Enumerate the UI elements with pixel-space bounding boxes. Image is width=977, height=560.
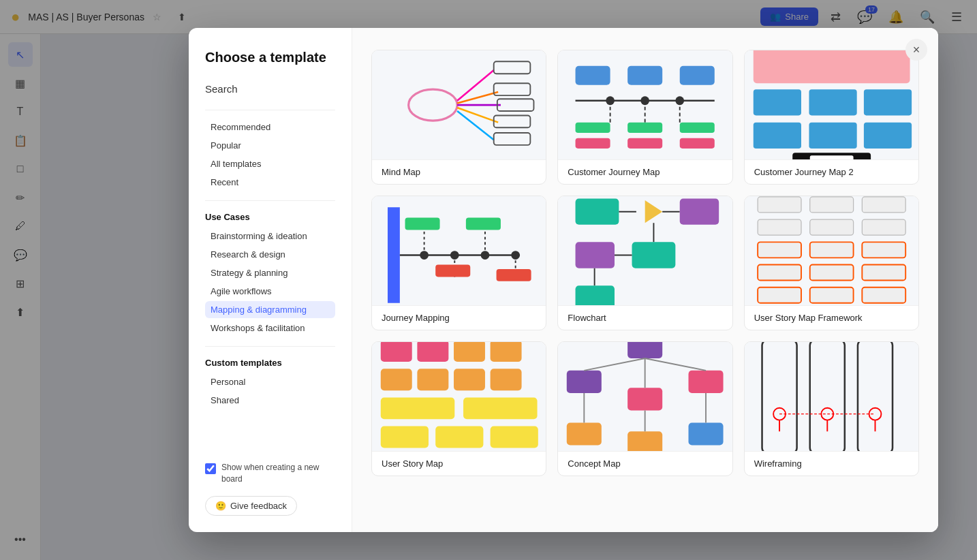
- show-board-checkbox[interactable]: [205, 463, 216, 474]
- nav-item-recent[interactable]: Recent: [205, 174, 335, 191]
- svg-rect-84: [417, 342, 448, 362]
- svg-rect-68: [809, 197, 853, 213]
- use-case-agile[interactable]: Agile workflows: [205, 283, 335, 300]
- template-card-concept-map[interactable]: Concept Map: [557, 341, 732, 476]
- template-thumb-customer-journey-map: [558, 50, 732, 159]
- svg-marker-40: [388, 207, 400, 302]
- svg-rect-101: [567, 422, 602, 445]
- svg-rect-38: [809, 155, 853, 159]
- svg-rect-25: [680, 123, 715, 133]
- svg-rect-30: [753, 50, 910, 83]
- modal-title: Choose a template: [205, 50, 335, 65]
- svg-rect-94: [435, 426, 483, 448]
- svg-rect-98: [567, 371, 602, 393]
- nav-item-all-templates[interactable]: All templates: [205, 155, 335, 172]
- template-grid-container: Mind Map Customer Journey Map: [352, 28, 938, 532]
- svg-rect-26: [576, 138, 610, 149]
- svg-rect-70: [758, 219, 801, 235]
- svg-rect-81: [862, 287, 905, 303]
- svg-rect-88: [417, 369, 448, 390]
- svg-rect-51: [435, 264, 470, 277]
- svg-rect-55: [576, 198, 619, 224]
- svg-rect-14: [627, 66, 662, 85]
- modal-sidebar: Choose a template Search RecommendedPopu…: [189, 28, 352, 532]
- svg-rect-53: [497, 269, 531, 281]
- use-case-research[interactable]: Research & design: [205, 246, 335, 263]
- svg-rect-86: [491, 342, 522, 362]
- svg-rect-103: [689, 422, 724, 445]
- svg-rect-100: [627, 388, 662, 410]
- svg-rect-59: [680, 198, 719, 224]
- use-case-mapping[interactable]: Mapping & diagramming: [205, 301, 335, 318]
- template-card-journey-mapping[interactable]: Journey Mapping: [371, 196, 546, 330]
- svg-rect-92: [463, 397, 538, 419]
- template-modal: × Choose a template Search RecommendedPo…: [189, 28, 938, 532]
- template-label-customer-journey-map: Customer Journey Map: [558, 159, 732, 184]
- use-case-workshops[interactable]: Workshops & facilitation: [205, 320, 335, 337]
- template-card-mind-map[interactable]: Mind Map: [371, 50, 546, 185]
- svg-rect-73: [758, 242, 801, 258]
- svg-rect-31: [753, 89, 801, 115]
- svg-rect-85: [454, 342, 485, 362]
- feedback-button[interactable]: 🙂 Give feedback: [205, 496, 297, 516]
- svg-rect-34: [753, 123, 801, 149]
- svg-rect-33: [864, 89, 912, 115]
- template-label-journey-mapping: Journey Mapping: [372, 305, 546, 330]
- svg-rect-87: [381, 369, 412, 390]
- svg-rect-75: [862, 242, 905, 258]
- custom-items-list: PersonalShared: [205, 373, 335, 410]
- template-card-flowchart[interactable]: Flowchart: [557, 196, 732, 330]
- template-card-customer-journey-map-2[interactable]: Customer Journey Map 2: [744, 50, 919, 185]
- use-case-brainstorming[interactable]: Brainstorming & ideation: [205, 228, 335, 245]
- svg-rect-80: [809, 287, 853, 303]
- nav-item-recommended[interactable]: Recommended: [205, 119, 335, 136]
- svg-rect-97: [627, 342, 662, 358]
- svg-rect-83: [381, 342, 412, 362]
- show-board-row: Show when creating a new board: [205, 462, 335, 485]
- svg-rect-79: [758, 287, 801, 303]
- template-card-customer-journey-map[interactable]: Customer Journey Map: [557, 50, 732, 185]
- template-thumb-customer-journey-map-2: [745, 50, 918, 159]
- svg-rect-91: [381, 397, 455, 419]
- svg-rect-52: [466, 217, 501, 230]
- search-label[interactable]: Search: [205, 79, 335, 99]
- use-cases-title: Use Cases: [205, 212, 335, 222]
- svg-rect-76: [758, 264, 801, 280]
- template-card-user-story-map[interactable]: User Story Map: [371, 341, 546, 476]
- nav-items: RecommendedPopularAll templatesRecent: [205, 119, 335, 192]
- svg-rect-61: [632, 242, 676, 268]
- svg-rect-99: [689, 371, 724, 393]
- use-case-strategy[interactable]: Strategy & planning: [205, 264, 335, 281]
- template-thumb-journey-mapping: [372, 196, 546, 305]
- template-label-wireframing: Wireframing: [745, 451, 918, 476]
- svg-rect-36: [864, 123, 912, 149]
- template-thumb-wireframing: [745, 342, 918, 451]
- template-label-concept-map: Concept Map: [558, 451, 732, 476]
- svg-rect-24: [627, 123, 662, 133]
- custom-item-personal[interactable]: Personal: [205, 373, 335, 390]
- template-label-mind-map: Mind Map: [372, 159, 546, 184]
- show-board-label: Show when creating a new board: [221, 462, 335, 485]
- template-card-wireframing[interactable]: Wireframing: [744, 341, 919, 476]
- svg-rect-71: [809, 219, 853, 235]
- template-thumb-user-story-map: [372, 342, 546, 451]
- use-cases-list: Brainstorming & ideationResearch & desig…: [205, 228, 335, 338]
- svg-rect-72: [862, 219, 905, 235]
- template-thumb-concept-map: [558, 342, 732, 451]
- template-thumb-user-story-map-framework: [745, 196, 918, 305]
- custom-item-shared[interactable]: Shared: [205, 392, 335, 409]
- svg-rect-63: [576, 242, 615, 268]
- divider-3: [205, 346, 335, 347]
- close-button[interactable]: ×: [905, 39, 927, 61]
- divider-2: [205, 200, 335, 201]
- template-label-user-story-map: User Story Map: [372, 451, 546, 476]
- template-label-flowchart: Flowchart: [558, 305, 732, 330]
- svg-rect-67: [758, 197, 801, 213]
- template-card-user-story-map-framework[interactable]: User Story Map Framework: [744, 196, 919, 330]
- svg-rect-77: [809, 264, 853, 280]
- nav-item-popular[interactable]: Popular: [205, 137, 335, 154]
- template-label-customer-journey-map-2: Customer Journey Map 2: [745, 159, 918, 184]
- template-label-user-story-map-framework: User Story Map Framework: [745, 305, 918, 330]
- template-thumb-flowchart: [558, 196, 732, 305]
- svg-rect-32: [809, 89, 856, 115]
